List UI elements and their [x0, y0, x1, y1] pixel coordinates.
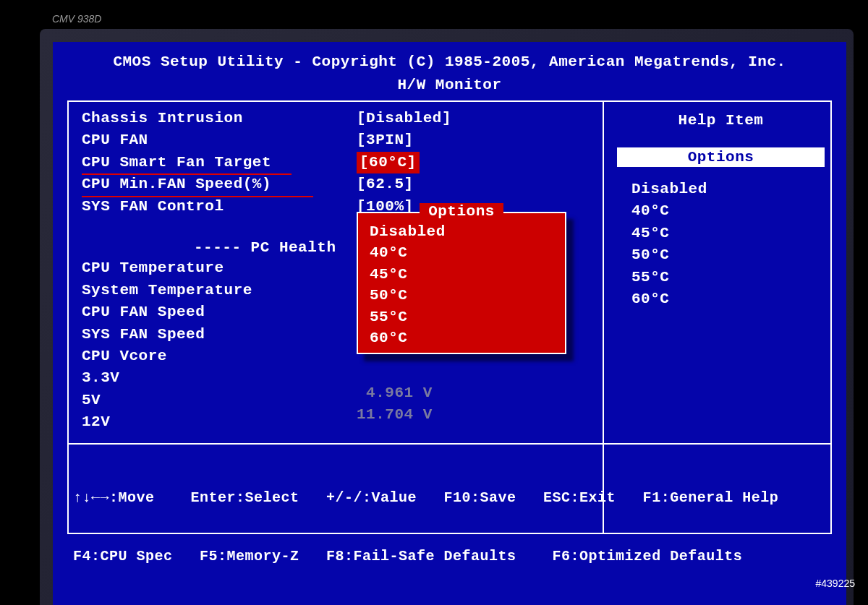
- help-option: Disabled: [631, 179, 825, 200]
- help-title: Help Item: [617, 108, 825, 147]
- bios-screen: CMOS Setup Utility - Copyright (C) 1985-…: [53, 42, 846, 605]
- dim-value: 4.961 V: [357, 382, 433, 404]
- help-option: 60°C: [631, 288, 825, 310]
- setting-row[interactable]: Chassis Intrusion[Disabled]: [82, 108, 595, 129]
- popup-option[interactable]: 55°C: [370, 306, 553, 327]
- header-title: CMOS Setup Utility - Copyright (C) 1985-…: [53, 51, 846, 74]
- help-option: 40°C: [631, 200, 825, 222]
- header-subtitle: H/W Monitor: [53, 74, 846, 97]
- setting-row[interactable]: CPU Min.FAN Speed(%)[62.5]: [82, 173, 595, 195]
- popup-option[interactable]: Disabled: [370, 221, 553, 242]
- setting-label: CPU Min.FAN Speed(%): [82, 173, 357, 195]
- pc-health-row: 12V: [82, 411, 595, 433]
- setting-label: CPU FAN: [82, 129, 357, 151]
- watermark: #439225: [815, 578, 855, 589]
- dim-voltage-values: 4.961 V11.704 V: [357, 382, 433, 426]
- header: CMOS Setup Utility - Copyright (C) 1985-…: [53, 48, 846, 100]
- help-option: 55°C: [631, 267, 825, 288]
- help-options-label: Options: [617, 147, 825, 167]
- dim-value: 11.704 V: [357, 404, 433, 426]
- help-option: 50°C: [631, 244, 825, 266]
- popup-option[interactable]: 40°C: [370, 242, 553, 263]
- monitor-bezel: CMOS Setup Utility - Copyright (C) 1985-…: [40, 29, 854, 605]
- footer-keys: ↑↓←→:Move Enter:Select +/-/:Value F10:Sa…: [67, 443, 832, 605]
- popup-title: Options: [358, 203, 565, 220]
- footer-line-1: ↑↓←→:Move Enter:Select +/-/:Value F10:Sa…: [73, 488, 832, 507]
- help-panel: Help Item Options Disabled40°C45°C50°C55…: [617, 108, 825, 311]
- setting-label: SYS FAN Control: [82, 196, 357, 218]
- footer-line-2: F4:CPU Spec F5:Memory-Z F8:Fail-Safe Def…: [73, 546, 832, 566]
- setting-value[interactable]: [3PIN]: [357, 129, 414, 151]
- options-popup[interactable]: Options Disabled40°C45°C50°C55°C60°C: [357, 212, 566, 354]
- pc-health-row: 3.3V: [82, 367, 595, 389]
- setting-value[interactable]: [62.5]: [357, 173, 414, 195]
- setting-label: CPU Smart Fan Target: [82, 152, 357, 173]
- pc-health-row: 5V: [82, 390, 595, 411]
- setting-row[interactable]: CPU Smart Fan Target[60°C]: [82, 152, 595, 173]
- help-option: 45°C: [631, 223, 825, 244]
- popup-option[interactable]: 50°C: [370, 285, 553, 306]
- setting-label: Chassis Intrusion: [82, 108, 357, 129]
- setting-value[interactable]: [Disabled]: [357, 108, 451, 129]
- setting-value[interactable]: [60°C]: [357, 152, 420, 173]
- popup-option[interactable]: 60°C: [370, 327, 553, 348]
- setting-row[interactable]: CPU FAN[3PIN]: [82, 129, 595, 151]
- popup-option[interactable]: 45°C: [370, 264, 553, 285]
- monitor-model-label: CMV 938D: [52, 13, 101, 25]
